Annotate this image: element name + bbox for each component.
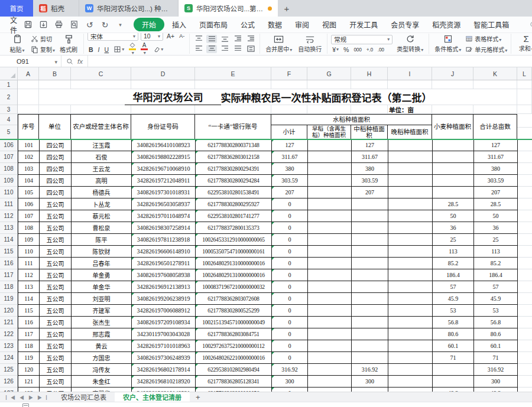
cell[interactable] [307, 105, 351, 114]
cell-id[interactable]: 342826197011048974 [132, 210, 196, 222]
cell-early-rice[interactable] [308, 388, 352, 392]
cell-seq[interactable]: 101 [18, 139, 40, 151]
cell-unit[interactable]: 五公司 [40, 364, 72, 376]
cell-bank[interactable]: 6217788302800294391 [196, 163, 272, 175]
cell-unit[interactable]: 五公司 [40, 234, 72, 246]
currency-button[interactable]: ¥ [331, 46, 340, 53]
cell-bank[interactable]: 6217788302800294284 [196, 175, 272, 187]
header-id[interactable]: 身份证号码 [131, 115, 195, 139]
header-name[interactable]: 农户或经营主体名称 [71, 115, 131, 139]
row-header[interactable]: 119 [0, 293, 17, 305]
cell-seq[interactable]: 106 [18, 198, 40, 210]
header-early-rice[interactable]: 早稻（含再生稻）种植面积 [307, 125, 351, 139]
row-header[interactable]: 120 [0, 305, 17, 317]
row-header[interactable]: 1 [0, 80, 17, 89]
cell-wheat[interactable]: 71 [433, 352, 474, 364]
fill-color-button[interactable] [128, 43, 137, 56]
row-header[interactable]: 113 [0, 222, 17, 234]
cell-seq[interactable]: 122 [18, 388, 40, 392]
number-format-select[interactable]: 常规 [331, 35, 392, 44]
format-painter-button[interactable]: 格式刷 [57, 34, 80, 54]
cell[interactable] [195, 105, 271, 114]
cell-bank[interactable]: 6217788362805128341 [196, 376, 272, 388]
file-menu[interactable]: 文件 [10, 15, 17, 35]
print-icon[interactable] [54, 19, 64, 30]
cell-wheat[interactable]: 48.2 [433, 388, 474, 392]
column-header-C[interactable]: C [71, 67, 131, 80]
cell-wheat[interactable]: 186.4 [433, 269, 474, 281]
cell[interactable] [351, 80, 388, 89]
menu-item-7[interactable]: 开发工具 [344, 18, 383, 31]
cell-mid-rice[interactable] [352, 258, 388, 269]
cell-unit[interactable]: 四公司 [40, 151, 72, 163]
cell-early-rice[interactable] [308, 175, 352, 187]
cell[interactable] [517, 105, 532, 114]
row-header[interactable]: 121 [0, 317, 17, 328]
column-header-G[interactable]: G [307, 67, 351, 80]
cell-seq[interactable]: 119 [18, 352, 40, 364]
first-sheet-icon[interactable] [6, 394, 15, 401]
cell-bank[interactable]: 10021513945710000000049 [196, 317, 272, 328]
last-sheet-icon[interactable] [37, 394, 47, 401]
cell-mid-rice[interactable] [352, 210, 388, 222]
cell-rice-subtotal[interactable]: 300 [272, 376, 308, 388]
cell-early-rice[interactable] [308, 151, 352, 163]
cell-seq[interactable]: 111 [18, 258, 40, 269]
cell-id[interactable]: 342826196606148910 [132, 246, 196, 258]
cell-id[interactable]: 342826197212048911 [132, 175, 196, 187]
print-preview-icon[interactable] [69, 19, 79, 30]
tab-document-sheet[interactable]: S 华阳河农场公司...第二批. 公示) [179, 0, 278, 17]
cell-wheat[interactable]: 113 [433, 246, 474, 258]
cell-bank[interactable]: 6217788302800371348 [196, 139, 272, 151]
cell-bank[interactable]: 6217788302800525299 [196, 305, 272, 317]
cell-mid-rice[interactable]: 311.67 [352, 151, 388, 163]
cell[interactable] [18, 80, 39, 89]
cell-late-rice[interactable] [388, 293, 433, 305]
cell-rice-subtotal[interactable]: 127 [272, 139, 308, 151]
cell-mid-rice[interactable] [352, 328, 388, 340]
cell-wheat[interactable]: 85.2 [433, 258, 474, 269]
cell-bank[interactable]: 6217788362803084751 [196, 328, 272, 340]
column-header-L[interactable]: L [517, 67, 532, 80]
menu-item-0[interactable]: 开始 [134, 18, 164, 31]
align-middle-button[interactable] [206, 35, 217, 43]
cell-name[interactable]: 蔡元松 [72, 210, 132, 222]
header-subtotal[interactable]: 小计 [271, 125, 307, 139]
cell-mid-rice[interactable]: 316.92 [352, 364, 388, 376]
cell-seq[interactable]: 110 [18, 246, 40, 258]
cell-unit[interactable]: 五公司 [40, 198, 72, 210]
menu-item-1[interactable]: 插入 [167, 18, 192, 31]
cell-rice-subtotal[interactable]: 0 [272, 317, 308, 328]
row-header[interactable]: 111 [0, 198, 17, 210]
menu-item-8[interactable]: 会员专享 [385, 18, 424, 31]
sum-button[interactable]: Σ 求和 [515, 35, 532, 53]
row-header[interactable]: 4 [0, 114, 17, 125]
cell-total[interactable]: 71 [474, 352, 518, 364]
cell-id[interactable]: 340826198307258914 [132, 222, 196, 234]
cell-total[interactable]: 80.6 [474, 328, 518, 340]
menu-item-9[interactable]: 稻壳资源 [427, 18, 466, 31]
cell-early-rice[interactable] [308, 364, 352, 376]
cell-bank[interactable]: 10026480291310000000016 [196, 269, 272, 281]
cell-bank[interactable]: 10008371967210000000032 [196, 281, 272, 293]
cell[interactable] [432, 105, 473, 114]
font-color-button[interactable]: A [140, 43, 149, 56]
cell-seq[interactable]: 112 [18, 269, 40, 281]
cell-early-rice[interactable] [308, 340, 352, 352]
customize-toolbar-icon[interactable] [115, 19, 125, 30]
row-header[interactable]: 108 [0, 163, 17, 175]
cell[interactable] [517, 80, 532, 89]
command-search[interactable]: 查找命令、搜索模板 [530, 20, 532, 30]
cell-name[interactable]: 高翠华 [72, 388, 132, 392]
cell-rice-subtotal[interactable]: 0 [272, 328, 308, 340]
cell-late-rice[interactable] [388, 328, 433, 340]
cell-seq[interactable]: 109 [18, 234, 40, 246]
header-wheat[interactable]: 小麦种植面积 [432, 115, 473, 139]
header-mid-rice[interactable]: 中稻种植面积 [351, 125, 388, 139]
cell-id[interactable]: 340826197608058938 [132, 269, 196, 281]
cell-mid-rice[interactable] [352, 198, 388, 210]
cell-mid-rice[interactable]: 380 [352, 163, 388, 175]
cell-late-rice[interactable] [388, 151, 433, 163]
cell-late-rice[interactable] [388, 222, 433, 234]
cell[interactable] [131, 80, 195, 89]
